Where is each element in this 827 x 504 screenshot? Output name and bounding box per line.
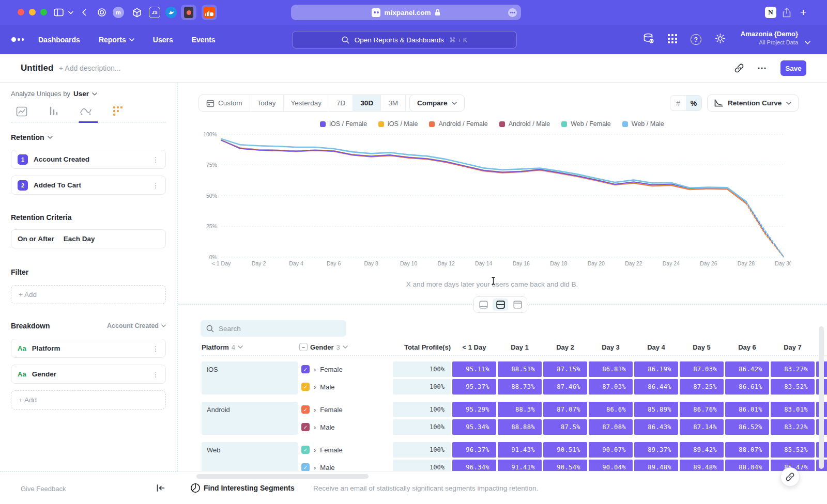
horizontal-scrollbar[interactable] [196,474,369,479]
window-close-button[interactable] [18,9,24,15]
add-breakdown-button[interactable]: + Add [11,390,166,410]
kebab-menu-icon[interactable]: ⋮ [152,344,159,353]
retention-value-cell[interactable]: 86.19% [634,361,678,377]
help-icon[interactable]: ? [691,34,701,45]
table-header-day[interactable]: Day 3 [589,342,633,352]
retention-value-cell[interactable]: 86.6% [589,402,633,417]
series-checkbox[interactable]: ✓ [301,405,310,414]
retention-value-cell[interactable]: 88.73% [498,379,542,395]
retention-value-cell[interactable]: 91.43% [498,442,542,458]
date-range-30d[interactable]: 30D [353,95,381,111]
series-checkbox[interactable]: ✓ [301,423,310,431]
retention-value-cell[interactable]: 83.01% [771,402,815,417]
retention-value-cell[interactable]: 86.81% [589,361,633,377]
retention-value-cell[interactable]: 88.07% [725,442,769,458]
retention-value-cell[interactable]: 87.5% [543,419,587,435]
page-actions-icon[interactable]: ••• [508,8,517,17]
retention-value-cell[interactable]: 86.43% [634,419,678,435]
legend-item[interactable]: iOS / Male [378,120,418,128]
add-filter-button[interactable]: + Add [11,285,166,304]
tab-funnels[interactable] [43,106,65,117]
retention-value-cell[interactable]: 88.3% [498,402,542,417]
retention-value-cell[interactable]: 95.29% [452,402,496,417]
table-header-gender[interactable]: –Gender3 [299,342,391,352]
extension-m-icon[interactable]: m [113,7,124,18]
retention-value-cell[interactable]: 86.42% [725,361,769,377]
gender-row-label[interactable]: ✓›Male [299,419,391,435]
unit-percent-button[interactable]: % [686,96,701,111]
breakdown-gender[interactable]: Aa Gender ⋮ [11,365,166,384]
retention-value-cell[interactable]: 87.14% [680,419,724,435]
retention-value-cell[interactable]: 86.52% [725,419,769,435]
retention-value-cell[interactable]: 96.34% [452,460,496,471]
retention-value-cell[interactable]: 96.37% [452,442,496,458]
date-range-custom[interactable]: Custom [199,95,250,111]
platform-cell[interactable]: Web [202,442,298,471]
extension-js-icon[interactable]: JS [149,7,160,18]
retention-value-cell[interactable]: 86.76% [680,402,724,417]
retention-value-cell[interactable]: 90.04% [589,460,633,471]
retention-value-cell[interactable]: 83.52% [771,379,815,395]
retention-curve-chart[interactable]: 100%75%50%25%0%< 1 DayDay 2Day 4Day 6Day… [202,128,791,275]
browser-sidebar-icon[interactable] [54,6,64,19]
share-icon[interactable] [783,6,791,19]
browser-tab-chevron-icon[interactable] [68,6,73,19]
legend-item[interactable]: Android / Male [499,120,550,128]
retention-value-cell[interactable]: 86.61% [725,379,769,395]
retention-value-cell[interactable]: 90.07% [589,442,633,458]
mixpanel-logo[interactable] [11,37,24,42]
nav-item-dashboards[interactable]: Dashboards [38,36,80,44]
retention-value-cell[interactable]: 88.51% [498,361,542,377]
floating-share-link-button[interactable] [780,467,800,486]
retention-value-cell[interactable]: 87.03% [589,379,633,395]
breakdown-scope-dropdown[interactable]: Account Created [107,322,166,329]
tab-insights[interactable] [11,106,33,117]
analyze-value-dropdown[interactable]: User [73,90,89,98]
window-zoom-button[interactable] [40,9,47,15]
tab-flows[interactable] [75,106,97,117]
retention-value-cell[interactable]: 90.54% [543,460,587,471]
table-search-input[interactable]: Search [201,320,346,337]
layout-split-button[interactable] [493,298,508,311]
report-title[interactable]: Untitled [21,63,53,73]
retention-value-cell[interactable]: 89.48% [680,460,724,471]
series-checkbox[interactable]: ✓ [301,446,310,454]
retention-value-cell[interactable]: 87.08% [589,419,633,435]
save-button[interactable]: Save [780,60,806,76]
kebab-menu-icon[interactable]: ⋮ [152,155,159,164]
kebab-menu-icon[interactable]: ⋮ [152,181,159,190]
apps-grid-icon[interactable] [668,34,677,45]
series-checkbox[interactable]: ✓ [301,463,310,471]
layout-table-only-button[interactable] [510,298,525,311]
notion-extension-icon[interactable]: N [765,6,776,19]
retention-value-cell[interactable]: 83.27% [771,361,815,377]
table-header-day[interactable]: Day 7 [771,342,815,352]
retention-value-cell[interactable]: 85.89% [634,402,678,417]
date-range-7d[interactable]: 7D [329,95,353,111]
chart-type-selector[interactable]: Retention Curve [707,94,799,112]
tab-retention[interactable] [107,106,129,117]
retention-value-cell[interactable]: 90.51% [543,442,587,458]
gender-row-label[interactable]: ✓›Female [299,361,391,377]
window-minimize-button[interactable] [29,9,36,15]
select-all-checkbox[interactable]: – [299,343,308,351]
gender-row-label[interactable]: ✓›Female [299,442,391,458]
series-checkbox[interactable]: ✓ [301,365,310,373]
platform-cell[interactable]: iOS [202,361,298,395]
layout-chart-only-button[interactable] [476,298,491,311]
retention-value-cell[interactable]: 87.46% [543,379,587,395]
global-search-button[interactable]: Open Reports & Dashboards ⌘ + K [292,31,517,49]
retention-value-cell[interactable]: 89.42% [680,442,724,458]
retention-value-cell[interactable]: 95.11% [452,361,496,377]
legend-item[interactable]: Android / Female [429,120,487,128]
retention-value-cell[interactable]: 91.41% [498,460,542,471]
give-feedback-link[interactable]: Give Feedback [21,485,66,493]
retention-step-2[interactable]: 2 Added To Cart ⋮ [11,176,166,195]
add-description-field[interactable]: + Add description... [59,64,120,72]
unit-number-button[interactable]: # [670,96,686,111]
retention-value-cell[interactable]: 95.34% [452,419,496,435]
extension-bird-icon[interactable] [165,7,177,18]
extension-target-icon[interactable] [95,6,109,19]
criteria-interval[interactable]: Each Day [64,235,95,243]
retention-value-cell[interactable]: 86.01% [725,402,769,417]
